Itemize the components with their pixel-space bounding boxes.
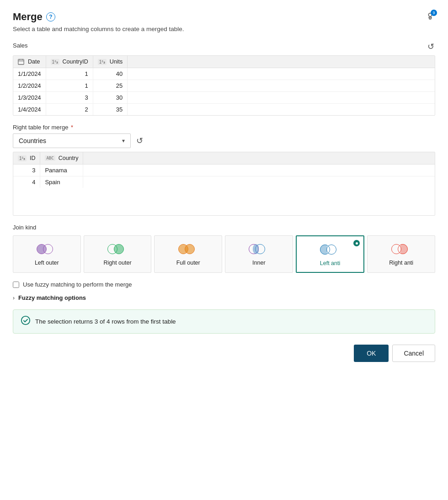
footer-buttons: OK Cancel [13, 345, 435, 362]
countries-col-empty [83, 152, 435, 165]
fuzzy-matching-label: Use fuzzy matching to perform the merge [23, 281, 132, 288]
fuzzy-options-row[interactable]: › Fuzzy matching options [13, 294, 435, 301]
sales-col-countryid[interactable]: 1²₃ CountryID [46, 56, 93, 68]
table-row: 4 Spain [13, 176, 435, 188]
chevron-right-icon: › [13, 295, 15, 301]
ok-button[interactable]: OK [354, 345, 389, 362]
table-row: 1/3/2024 3 30 [13, 92, 435, 104]
inner-venn-icon [249, 242, 269, 256]
right-table-refresh-button[interactable]: ↺ [135, 135, 144, 147]
join-card-left-anti[interactable]: Left anti [296, 235, 365, 273]
join-card-full-outer[interactable]: Full outer [154, 235, 222, 273]
join-kind-cards: Left outer Right outer Full outer [13, 235, 435, 273]
right-table-selected: Countries [19, 137, 46, 144]
countries-col-id[interactable]: 1²₃ ID [13, 152, 40, 165]
chevron-down-icon: ▾ [122, 138, 125, 144]
sales-col-date[interactable]: Date [13, 56, 46, 68]
lightbulb-badge: 9 [431, 10, 437, 16]
table-row: 1/4/2024 2 35 [13, 104, 435, 116]
countries-table-wrapper: 1²₃ ID ABC Country 3 Panama [13, 152, 435, 216]
countries-table: 1²₃ ID ABC Country 3 Panama [13, 152, 435, 188]
countries-col-country[interactable]: ABC Country [40, 152, 83, 165]
right-anti-venn-icon [391, 242, 411, 256]
sales-table: Date 1²₃ CountryID 1²₃ Units [13, 56, 435, 115]
subtitle: Select a table and matching columns to c… [13, 26, 435, 32]
sales-table-label: Sales [13, 42, 28, 49]
table-row: 1/2/2024 1 25 [13, 80, 435, 92]
right-table-label: Right table for merge * [13, 124, 435, 131]
sales-col-empty [128, 56, 435, 68]
sales-col-units[interactable]: 1²₃ Units [93, 56, 127, 68]
table-row: 3 Panama [13, 165, 435, 176]
svg-point-5 [21, 316, 30, 324]
help-icon[interactable]: ? [46, 12, 55, 21]
join-card-right-outer[interactable]: Right outer [84, 235, 152, 273]
join-kind-label: Join kind [13, 224, 435, 231]
required-star: * [69, 124, 73, 131]
join-card-right-anti[interactable]: Right anti [367, 235, 435, 273]
join-card-inner[interactable]: Inner [225, 235, 293, 273]
join-card-inner-label: Inner [252, 260, 266, 266]
join-card-left-anti-label: Left anti [320, 260, 340, 266]
lightbulb-icon[interactable]: 9 [425, 11, 435, 23]
left-anti-venn-icon [320, 243, 340, 256]
right-table-dropdown[interactable]: Countries ▾ [13, 133, 131, 148]
right-outer-venn-icon [107, 242, 128, 256]
info-banner: The selection returns 3 of 4 rows from t… [13, 309, 435, 334]
info-text: The selection returns 3 of 4 rows from t… [35, 318, 176, 325]
check-circle-icon [21, 315, 31, 328]
join-card-full-outer-label: Full outer [176, 260, 200, 266]
join-card-left-outer-label: Left outer [35, 260, 59, 266]
sales-refresh-button[interactable]: ↺ [427, 41, 435, 53]
selected-indicator [353, 240, 360, 246]
join-card-right-anti-label: Right anti [389, 260, 413, 266]
sales-table-wrapper: Date 1²₃ CountryID 1²₃ Units [13, 55, 435, 116]
fuzzy-options-label: Fuzzy matching options [18, 294, 86, 301]
svg-rect-1 [18, 59, 24, 64]
join-card-left-outer[interactable]: Left outer [13, 235, 81, 273]
full-outer-venn-icon [178, 242, 198, 256]
join-kind-section: Join kind Left outer Right outer Full ou [13, 224, 435, 273]
left-outer-venn-icon [37, 242, 57, 256]
cancel-button[interactable]: Cancel [392, 345, 435, 362]
join-card-right-outer-label: Right outer [103, 260, 131, 266]
table-row: 1/1/2024 1 40 [13, 68, 435, 80]
fuzzy-matching-checkbox[interactable] [13, 282, 19, 288]
fuzzy-matching-row[interactable]: Use fuzzy matching to perform the merge [13, 281, 435, 288]
page-title: Merge [13, 11, 43, 23]
